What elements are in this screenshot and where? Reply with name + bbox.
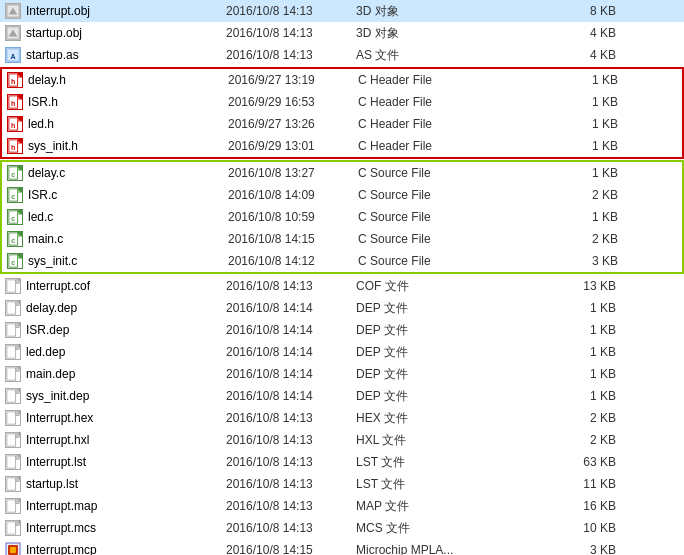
file-date: 2016/10/8 13:27 — [228, 166, 358, 180]
file-size: 2 KB — [538, 232, 618, 246]
file-type: DEP 文件 — [356, 322, 536, 339]
svg-rect-52 — [7, 324, 16, 336]
svg-marker-48 — [16, 302, 20, 306]
h-icon: h — [6, 137, 24, 155]
table-row[interactable]: Interrupt.mcp2016/10/8 14:15Microchip MP… — [0, 539, 684, 555]
svg-text:c: c — [11, 237, 15, 244]
table-row[interactable]: h ISR.h2016/9/29 16:53C Header File1 KB — [2, 91, 682, 113]
file-type: HEX 文件 — [356, 410, 536, 427]
file-type: MAP 文件 — [356, 498, 536, 515]
file-type: HXL 文件 — [356, 432, 536, 449]
table-row[interactable]: sys_init.dep2016/10/8 14:14DEP 文件1 KB — [0, 385, 684, 407]
file-date: 2016/10/8 14:13 — [226, 4, 356, 18]
file-type: C Source File — [358, 232, 538, 246]
svg-marker-63 — [16, 368, 20, 372]
svg-line-99 — [16, 522, 20, 526]
file-date: 2016/10/8 10:59 — [228, 210, 358, 224]
generic-icon — [4, 519, 22, 537]
svg-line-44 — [16, 280, 20, 284]
svg-marker-43 — [16, 280, 20, 284]
file-name: sys_init.h — [28, 139, 228, 153]
file-date: 2016/10/8 14:13 — [226, 477, 356, 491]
table-row[interactable]: ISR.dep2016/10/8 14:14DEP 文件1 KB — [0, 319, 684, 341]
svg-rect-92 — [7, 500, 16, 512]
file-size: 1 KB — [538, 210, 618, 224]
table-row[interactable]: Interrupt.mcs2016/10/8 14:13MCS 文件10 KB — [0, 517, 684, 539]
file-name: delay.c — [28, 166, 228, 180]
file-date: 2016/9/27 13:19 — [228, 73, 358, 87]
file-type: DEP 文件 — [356, 300, 536, 317]
table-row[interactable]: Interrupt.map2016/10/8 14:13MAP 文件16 KB — [0, 495, 684, 517]
file-type: 3D 对象 — [356, 3, 536, 20]
table-row[interactable]: h delay.h2016/9/27 13:19C Header File1 K… — [2, 69, 682, 91]
red-group: h delay.h2016/9/27 13:19C Header File1 K… — [0, 67, 684, 159]
svg-line-69 — [16, 390, 20, 394]
file-name: led.h — [28, 117, 228, 131]
table-row[interactable]: Interrupt.hxl2016/10/8 14:13HXL 文件2 KB — [0, 429, 684, 451]
table-row[interactable]: led.dep2016/10/8 14:14DEP 文件1 KB — [0, 341, 684, 363]
svg-text:h: h — [11, 122, 15, 129]
generic-icon — [4, 387, 22, 405]
table-row[interactable]: startup.lst2016/10/8 14:13LST 文件11 KB — [0, 473, 684, 495]
svg-rect-62 — [7, 368, 16, 380]
svg-marker-23 — [18, 167, 22, 171]
file-type: C Header File — [358, 117, 538, 131]
svg-rect-42 — [7, 280, 16, 292]
svg-marker-19 — [18, 140, 22, 144]
file-date: 2016/10/8 14:14 — [226, 345, 356, 359]
file-type: LST 文件 — [356, 454, 536, 471]
file-type: C Source File — [358, 254, 538, 268]
table-row[interactable]: A startup.as2016/10/8 14:13AS 文件4 KB — [0, 44, 684, 66]
file-date: 2016/10/8 14:14 — [226, 301, 356, 315]
file-date: 2016/10/8 14:15 — [228, 232, 358, 246]
table-row[interactable]: h sys_init.h2016/9/29 13:01C Header File… — [2, 135, 682, 157]
file-type: DEP 文件 — [356, 388, 536, 405]
svg-marker-20 — [18, 140, 22, 144]
file-name: ISR.c — [28, 188, 228, 202]
svg-text:c: c — [11, 193, 15, 200]
file-name: startup.lst — [26, 477, 226, 491]
generic-icon — [4, 365, 22, 383]
svg-line-79 — [16, 434, 20, 438]
file-name: delay.h — [28, 73, 228, 87]
file-type: MCS 文件 — [356, 520, 536, 537]
svg-rect-97 — [7, 522, 16, 534]
table-row[interactable]: c main.c2016/10/8 14:15C Source File2 KB — [2, 228, 682, 250]
file-size: 13 KB — [536, 279, 616, 293]
file-type: COF 文件 — [356, 278, 536, 295]
file-date: 2016/10/8 14:13 — [226, 521, 356, 535]
file-size: 2 KB — [538, 188, 618, 202]
file-name: led.c — [28, 210, 228, 224]
table-row[interactable]: main.dep2016/10/8 14:14DEP 文件1 KB — [0, 363, 684, 385]
table-row[interactable]: Interrupt.cof2016/10/8 14:13COF 文件13 KB — [0, 275, 684, 297]
file-size: 1 KB — [536, 323, 616, 337]
generic-icon — [4, 497, 22, 515]
svg-marker-31 — [18, 211, 22, 215]
file-type: C Source File — [358, 166, 538, 180]
c-icon: c — [6, 186, 24, 204]
mcp-icon — [4, 541, 22, 555]
table-row[interactable]: c ISR.c2016/10/8 14:09C Source File2 KB — [2, 184, 682, 206]
file-type: 3D 对象 — [356, 25, 536, 42]
file-size: 1 KB — [536, 389, 616, 403]
svg-marker-83 — [16, 456, 20, 460]
file-name: startup.obj — [26, 26, 226, 40]
generic-icon — [4, 409, 22, 427]
table-row[interactable]: startup.obj2016/10/8 14:133D 对象4 KB — [0, 22, 684, 44]
generic-icon — [4, 431, 22, 449]
svg-rect-47 — [7, 302, 16, 314]
table-row[interactable]: c led.c2016/10/8 10:59C Source File1 KB — [2, 206, 682, 228]
table-row[interactable]: delay.dep2016/10/8 14:14DEP 文件1 KB — [0, 297, 684, 319]
svg-line-54 — [16, 324, 20, 328]
table-row[interactable]: h led.h2016/9/27 13:26C Header File1 KB — [2, 113, 682, 135]
table-row[interactable]: Interrupt.hex2016/10/8 14:13HEX 文件2 KB — [0, 407, 684, 429]
svg-rect-104 — [10, 547, 16, 553]
table-row[interactable]: Interrupt.obj2016/10/8 14:133D 对象8 KB — [0, 0, 684, 22]
file-size: 1 KB — [536, 345, 616, 359]
file-type: C Source File — [358, 188, 538, 202]
table-row[interactable]: c delay.c2016/10/8 13:27C Source File1 K… — [2, 162, 682, 184]
table-row[interactable]: c sys_init.c2016/10/8 14:12C Source File… — [2, 250, 682, 272]
file-date: 2016/9/27 13:26 — [228, 117, 358, 131]
file-date: 2016/10/8 14:13 — [226, 455, 356, 469]
table-row[interactable]: Interrupt.lst2016/10/8 14:13LST 文件63 KB — [0, 451, 684, 473]
